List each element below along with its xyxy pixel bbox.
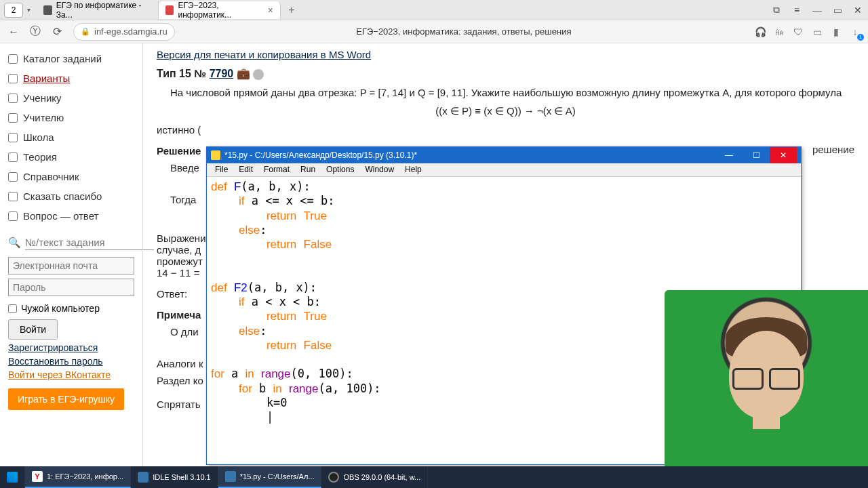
- url-text: inf-ege.sdamgia.ru: [94, 26, 167, 37]
- menu-format[interactable]: Format: [260, 163, 294, 176]
- checkbox[interactable]: [8, 152, 18, 162]
- back-button[interactable]: ←: [5, 24, 22, 40]
- sidebar-item-teacher[interactable]: Учителю: [8, 108, 134, 127]
- sidebar: Каталог заданий Варианты Ученику Учителю…: [0, 43, 142, 466]
- taskbar-item-idle-shell[interactable]: IDLE Shell 3.10.1: [131, 466, 218, 488]
- taskbar-item-browser[interactable]: Y1: ЕГЭ−2023, инфор...: [25, 466, 131, 488]
- python-icon: [138, 472, 149, 483]
- tab-counter[interactable]: 2: [4, 3, 23, 18]
- register-link[interactable]: Зарегистрироваться: [8, 342, 134, 353]
- menu-options[interactable]: Options: [322, 163, 358, 176]
- tab-title: ЕГЭ−2023, информатик...: [178, 1, 263, 20]
- idle-menubar: File Edit Format Run Options Window Help: [207, 163, 801, 177]
- password-field[interactable]: [8, 279, 134, 296]
- task-text: На числовой прямой даны два отрезка: P =…: [170, 87, 854, 98]
- minimize-icon[interactable]: —: [807, 0, 827, 20]
- play-game-button[interactable]: Играть в ЕГЭ-игрушку: [8, 388, 124, 410]
- menu-file[interactable]: File: [211, 163, 232, 176]
- foreign-pc-label: Чужой компьютер: [21, 303, 100, 314]
- checkbox[interactable]: [8, 192, 18, 201]
- python-icon: [211, 150, 220, 160]
- sidebar-item-theory[interactable]: Теория: [8, 147, 134, 167]
- taskbar: Y1: ЕГЭ−2023, инфор... IDLE Shell 3.10.1…: [0, 466, 868, 488]
- truth-text: истинно (: [157, 124, 854, 136]
- taskbar-item-idle-file[interactable]: *15.py - C:/Users/Ал...: [218, 466, 322, 488]
- solution-link[interactable]: решение: [812, 144, 854, 155]
- checkbox[interactable]: [8, 172, 18, 182]
- task-header: Тип 15 № 7790 💼: [157, 67, 854, 80]
- tab-2[interactable]: ЕГЭ−2023, информатик... ×: [159, 1, 281, 19]
- briefcase-icon[interactable]: 💼: [237, 68, 250, 79]
- sidebar-item-qa[interactable]: Вопрос — ответ: [8, 206, 134, 226]
- checkbox[interactable]: [8, 133, 18, 142]
- restore-link[interactable]: Восстановить пароль: [8, 356, 134, 367]
- windows-icon: [7, 472, 18, 483]
- close-icon[interactable]: ×: [268, 5, 273, 16]
- bookmark-icon[interactable]: ▮: [829, 24, 844, 39]
- reload-button[interactable]: ⟳: [49, 24, 65, 40]
- checkbox[interactable]: [8, 94, 18, 103]
- sidebar-item-student[interactable]: Ученику: [8, 88, 134, 108]
- start-button[interactable]: [0, 466, 25, 488]
- minimize-button[interactable]: —: [715, 147, 743, 163]
- vk-login-link[interactable]: Войти через ВКонтакте: [8, 369, 134, 380]
- tab-dropdown-icon[interactable]: ▾: [27, 6, 37, 14]
- lock-icon: 🔒: [81, 27, 90, 36]
- menu-window[interactable]: Window: [361, 163, 398, 176]
- formula: ((x ∈ P) ≡ (x ∈ Q)) → ¬(x ∈ A): [157, 105, 854, 117]
- sidebar-item-thanks[interactable]: Сказать спасибо: [8, 186, 134, 206]
- collections-icon[interactable]: ▭: [810, 24, 825, 39]
- menu-help[interactable]: Help: [401, 163, 426, 176]
- status-circle-icon: [253, 69, 264, 80]
- checkbox[interactable]: [8, 54, 18, 64]
- maximize-icon[interactable]: ▭: [827, 0, 848, 20]
- maximize-button[interactable]: ☐: [743, 147, 770, 163]
- checkbox[interactable]: [8, 74, 18, 83]
- close-button[interactable]: ✕: [770, 147, 797, 163]
- email-field[interactable]: [8, 257, 134, 274]
- tab-1[interactable]: ЕГЭ по информатике - За...: [37, 1, 159, 19]
- yandex-icon[interactable]: Ⓨ: [27, 24, 43, 40]
- new-tab-button[interactable]: +: [283, 2, 300, 18]
- sidebar-item-reference[interactable]: Справочник: [8, 167, 134, 186]
- tab-title: ЕГЭ по информатике - За...: [56, 1, 151, 20]
- favicon-icon: [43, 5, 52, 15]
- menu-run[interactable]: Run: [296, 163, 319, 176]
- login-button[interactable]: Войти: [8, 319, 58, 340]
- favicon-icon: [165, 5, 174, 15]
- search-input[interactable]: [25, 235, 154, 250]
- downloads-icon[interactable]: ↓1: [848, 24, 863, 39]
- sidebar-item-catalog[interactable]: Каталог заданий: [8, 49, 134, 68]
- webcam-overlay: [665, 290, 868, 466]
- idle-title-text: *15.py - C:/Users/Александр/Desktop/15.p…: [224, 150, 417, 160]
- menu-icon[interactable]: ≡: [787, 0, 807, 20]
- browser-toolbar: ← Ⓨ ⟳ 🔒 inf-ege.sdamgia.ru ЕГЭ−2023, инф…: [0, 20, 868, 43]
- shield-icon[interactable]: 🛡: [791, 24, 806, 39]
- obs-icon: [328, 472, 339, 483]
- taskbar-item-obs[interactable]: OBS 29.0.0 (64-bit, w...: [321, 466, 428, 488]
- extensions-icon[interactable]: ⧉: [766, 0, 787, 20]
- foreign-pc-checkbox[interactable]: [8, 304, 17, 313]
- browser-tab-strip: 2 ▾ ЕГЭ по информатике - За... ЕГЭ−2023,…: [0, 0, 868, 20]
- download-badge: 1: [857, 34, 864, 41]
- address-bar[interactable]: 🔒 inf-ege.sdamgia.ru: [73, 23, 175, 41]
- menu-edit[interactable]: Edit: [235, 163, 257, 176]
- print-link[interactable]: Версия для печати и копирования в MS Wor…: [157, 49, 371, 60]
- sidebar-item-variants[interactable]: Варианты: [8, 68, 134, 88]
- yandex-icon: Y: [32, 471, 43, 482]
- headphones-icon[interactable]: 🎧: [753, 24, 768, 39]
- translate-icon[interactable]: 🗛: [772, 24, 787, 39]
- python-icon: [225, 471, 236, 482]
- checkbox[interactable]: [8, 113, 18, 123]
- task-number-link[interactable]: 7790: [210, 68, 234, 79]
- checkbox[interactable]: [8, 211, 18, 221]
- page-title: ЕГЭ−2023, информатика: задания, ответы, …: [180, 26, 747, 37]
- close-icon[interactable]: ✕: [848, 0, 868, 20]
- sidebar-item-school[interactable]: Школа: [8, 127, 134, 147]
- search-icon: 🔍: [8, 237, 21, 249]
- idle-titlebar[interactable]: *15.py - C:/Users/Александр/Desktop/15.p…: [207, 147, 801, 163]
